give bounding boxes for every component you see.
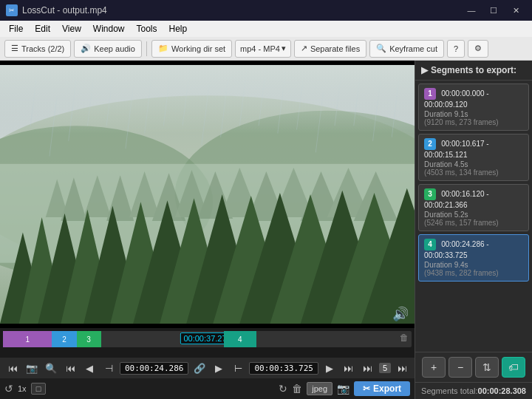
window-title: LossCut - output.mp4 <box>22 5 461 16</box>
speed-box[interactable]: □ <box>31 383 47 395</box>
segment-number-3: 3 <box>424 188 436 200</box>
menu-tools[interactable]: Tools <box>131 22 163 35</box>
segment-label-4: 4 <box>238 335 242 344</box>
set-start-button[interactable]: ⊣ <box>100 360 117 376</box>
playlist-counter: 5 <box>379 363 391 373</box>
volume-icon[interactable]: 🔊 <box>392 306 409 322</box>
format-badge[interactable]: jpeg <box>307 382 332 395</box>
keyframe-icon: 🔍 <box>376 44 386 53</box>
menu-view[interactable]: View <box>56 22 87 35</box>
export-button[interactable]: ✂ Export <box>354 381 410 396</box>
play-button[interactable]: ▶ <box>211 360 227 376</box>
loop-icon[interactable]: ↻ <box>279 383 287 395</box>
menu-window[interactable]: Window <box>87 22 131 35</box>
bottom-bar: ↺ 1x □ ↻ 🗑 jpeg 📷 ✂ Export <box>0 378 415 399</box>
chevron-down-icon: ▾ <box>282 44 286 53</box>
segments-total: Segments total: 00:00:28.308 <box>415 382 532 399</box>
trash-icon[interactable]: 🗑 <box>292 383 302 395</box>
segment-duration-1: Duration 9.1s <box>424 110 523 118</box>
speed-display: 1x <box>18 384 27 393</box>
start-time-display[interactable]: 00:00:24.286 <box>120 362 188 375</box>
video-canvas[interactable]: 🔊 <box>0 61 415 328</box>
bottom-right-controls: ↻ 🗑 jpeg 📷 ✂ Export <box>279 381 410 396</box>
toolbar: ☰ Tracks (2/2) 🔊 Keep audio 📁 Working di… <box>0 37 532 61</box>
window-controls: — ☐ ✕ <box>461 2 526 18</box>
menu-file[interactable]: File <box>3 22 29 35</box>
video-area: 🔊 1 2 3 00:00:37.270 4 <box>0 61 415 399</box>
link-button[interactable]: 🔗 <box>191 360 208 376</box>
segment-block-3[interactable]: 3 <box>77 331 101 347</box>
segment-duration-4: Duration 9.4s <box>424 261 523 269</box>
segment-block-1[interactable]: 1 <box>3 331 52 347</box>
prev-segment-button[interactable]: ⏮ <box>62 360 78 376</box>
delete-segment-icon[interactable]: 🗑 <box>400 332 409 343</box>
tracks-button[interactable]: ☰ Tracks (2/2) <box>4 40 71 58</box>
segment-block-4[interactable]: 4 <box>224 331 256 347</box>
export-icon: ✂ <box>363 383 370 394</box>
segment-block-2[interactable]: 2 <box>52 331 76 347</box>
timeline-track[interactable]: 1 2 3 00:00:37.270 4 🗑 <box>3 331 412 347</box>
title-bar: ✂ LossCut - output.mp4 — ☐ ✕ <box>0 0 532 21</box>
add-segment-button[interactable]: + <box>422 357 446 378</box>
segment-number-1: 1 <box>424 88 436 100</box>
controls-bar: ⏮ 📷 🔍 ⏮ ◀ ⊣ 00:00:24.286 🔗 ▶ ⊢ 00:00:33.… <box>0 358 415 378</box>
separate-files-icon: ↗ <box>301 44 307 53</box>
next-segment-button[interactable]: ⏭ <box>360 360 376 376</box>
segment-entry-4[interactable]: 4 00:00:24.286 - 00:00:33.725 Duration 9… <box>418 234 529 282</box>
menu-bar: File Edit View Window Tools Help <box>0 21 532 37</box>
keyframe-cut-button[interactable]: 🔍 Keyframe cut <box>369 40 444 58</box>
segments-list[interactable]: 1 00:00:00.000 - 00:00:09.120 Duration 9… <box>415 81 532 352</box>
app-icon: ✂ <box>6 4 18 16</box>
segment-duration-3: Duration 5.2s <box>424 211 523 219</box>
toolbar-separator-1 <box>146 41 147 56</box>
chevron-right-icon: ▶ <box>421 65 428 75</box>
keep-audio-button[interactable]: 🔊 Keep audio <box>74 40 142 58</box>
maximize-button[interactable]: ☐ <box>483 2 504 18</box>
set-end-button[interactable]: ⊢ <box>230 360 246 376</box>
segments-total-time: 00:00:28.308 <box>478 386 526 395</box>
segment-duration-2: Duration 4.5s <box>424 160 523 168</box>
timeline-container[interactable]: 1 2 3 00:00:37.270 4 🗑 <box>0 328 415 358</box>
prev-frame-button[interactable]: ◀ <box>81 360 98 376</box>
frame-thumb-button[interactable]: 📷 <box>24 360 40 376</box>
format-dropdown[interactable]: mp4 - MP4 ▾ <box>235 40 291 58</box>
reorder-segments-button[interactable]: ⇅ <box>475 357 499 378</box>
segment-number-4: 4 <box>424 239 436 250</box>
menu-help[interactable]: Help <box>163 22 194 35</box>
tracks-icon: ☰ <box>11 44 18 53</box>
segment-entry-1[interactable]: 1 00:00:00.000 - 00:00:09.120 Duration 9… <box>418 83 529 131</box>
segment-label-1: 1 <box>25 335 30 344</box>
next-keyframe-button[interactable]: ⏭ <box>341 360 357 376</box>
segment-entry-3[interactable]: 3 00:00:16.120 - 00:00:21.366 Duration 5… <box>418 184 529 231</box>
tag-segment-button[interactable]: 🏷 <box>502 357 525 378</box>
close-button[interactable]: ✕ <box>505 2 526 18</box>
help-button[interactable]: ? <box>447 40 465 58</box>
settings-button[interactable]: ⚙ <box>468 40 488 58</box>
right-panel: ▶ Segments to export: 1 00:00:00.000 - 0… <box>415 61 532 399</box>
segment-label-3: 3 <box>86 335 91 344</box>
segment-frames-4: (9438 ms, 282 frames) <box>424 269 523 277</box>
camera-icon[interactable]: 📷 <box>337 383 349 395</box>
playlist-end-button[interactable]: ⏭ <box>394 360 410 376</box>
snapshot-button[interactable]: 🔍 <box>43 360 59 376</box>
working-dir-button[interactable]: 📁 Working dir set <box>151 40 232 58</box>
remove-segment-button[interactable]: − <box>449 357 472 378</box>
minimize-button[interactable]: — <box>461 2 482 18</box>
video-frame <box>0 61 415 328</box>
segment-entry-2[interactable]: 2 00:00:10.617 - 00:00:15.121 Duration 4… <box>418 134 529 181</box>
audio-icon: 🔊 <box>81 44 91 53</box>
svg-rect-54 <box>0 65 415 134</box>
rotate-icon[interactable]: ↺ <box>4 383 13 395</box>
segment-frames-1: (9120 ms, 273 frames) <box>424 118 523 126</box>
segment-actions: + − ⇅ 🏷 <box>415 352 532 382</box>
folder-icon: 📁 <box>158 44 168 53</box>
segment-frames-3: (5246 ms, 157 frames) <box>424 219 523 227</box>
menu-edit[interactable]: Edit <box>29 22 56 35</box>
segment-frames-2: (4503 ms, 134 frames) <box>424 168 523 177</box>
next-frame-button[interactable]: ▶ <box>321 360 338 376</box>
segment-label-2: 2 <box>62 335 66 344</box>
segments-title: ▶ Segments to export: <box>415 61 532 81</box>
end-time-display[interactable]: 00:00:33.725 <box>249 362 318 375</box>
prev-keyframe-button[interactable]: ⏮ <box>4 360 21 376</box>
separate-files-button[interactable]: ↗ Separate files <box>294 40 366 58</box>
